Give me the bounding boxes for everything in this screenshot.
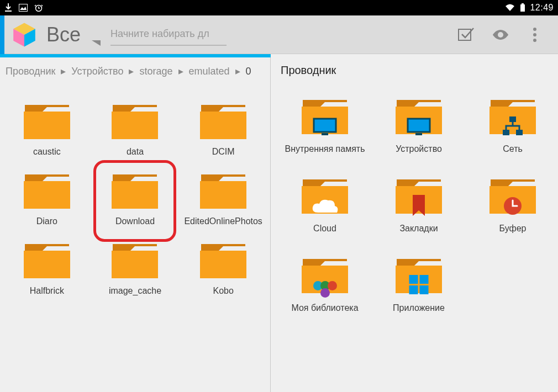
folder-label: Download bbox=[115, 216, 155, 226]
folder-label: EditedOnlinePhotos bbox=[184, 216, 262, 226]
location-clipboard[interactable]: Буфер bbox=[467, 177, 558, 234]
location-label: Приложение bbox=[393, 303, 445, 313]
svg-rect-17 bbox=[509, 116, 516, 122]
chevron-right-icon: ▸ bbox=[129, 65, 134, 77]
clock-icon bbox=[503, 196, 523, 216]
left-pane: Проводник ▸ Устройство ▸ storage ▸ emula… bbox=[0, 57, 271, 392]
monitor-icon bbox=[313, 118, 337, 136]
alarm-icon bbox=[34, 3, 43, 12]
dropdown-triangle-icon[interactable] bbox=[92, 38, 101, 48]
location-label: Закладки bbox=[399, 224, 438, 234]
folder-item[interactable]: DCIM bbox=[181, 103, 266, 157]
overflow-menu-button[interactable] bbox=[526, 26, 544, 44]
chevron-right-icon: ▸ bbox=[178, 65, 183, 77]
location-network[interactable]: Сеть bbox=[467, 98, 558, 154]
svg-rect-0 bbox=[19, 4, 28, 12]
svg-rect-16 bbox=[415, 133, 422, 135]
folder-item-download[interactable]: Download bbox=[93, 172, 178, 226]
bookmark-icon bbox=[412, 195, 426, 217]
cloud-icon bbox=[310, 198, 339, 215]
breadcrumb-item[interactable]: storage bbox=[139, 66, 172, 77]
folder-item[interactable]: image_cache bbox=[93, 242, 178, 296]
folder-grid-right: Внутренняя память Устройство Сеть bbox=[280, 84, 558, 313]
svg-rect-13 bbox=[314, 119, 336, 132]
status-time: 12:49 bbox=[530, 3, 554, 13]
location-label: Cloud bbox=[313, 224, 336, 234]
monitor-icon bbox=[407, 118, 431, 136]
breadcrumb-item[interactable]: Проводник bbox=[6, 66, 55, 77]
folder-item[interactable]: caustic bbox=[4, 103, 90, 157]
svg-rect-8 bbox=[459, 29, 471, 40]
svg-point-9 bbox=[498, 32, 503, 38]
svg-point-12 bbox=[533, 39, 536, 42]
svg-rect-19 bbox=[516, 130, 523, 135]
image-icon bbox=[19, 4, 28, 12]
android-status-bar: 12:49 bbox=[0, 0, 558, 15]
chevron-right-icon: ▸ bbox=[235, 65, 240, 77]
svg-rect-14 bbox=[322, 133, 328, 135]
select-toggle-button[interactable] bbox=[457, 26, 475, 44]
folder-label: Halfbrick bbox=[30, 286, 64, 296]
right-pane-title: Проводник bbox=[280, 63, 558, 84]
apps-grid-icon bbox=[409, 275, 429, 294]
svg-rect-15 bbox=[408, 119, 430, 132]
folder-item[interactable]: Diaro bbox=[4, 172, 90, 226]
location-internal-memory[interactable]: Внутренняя память bbox=[280, 98, 370, 154]
folder-item[interactable]: Halfbrick bbox=[4, 242, 90, 296]
folder-label: data bbox=[127, 147, 144, 157]
network-icon bbox=[502, 116, 524, 137]
location-label: Моя библиотека bbox=[291, 303, 358, 313]
search-input[interactable] bbox=[110, 24, 227, 46]
svg-rect-2 bbox=[520, 4, 525, 12]
breadcrumb-item[interactable]: Устройство bbox=[71, 66, 123, 77]
location-label: Сеть bbox=[503, 144, 523, 154]
visibility-button[interactable] bbox=[492, 26, 509, 44]
location-label: Внутренняя память bbox=[285, 144, 365, 154]
folder-item[interactable]: EditedOnlinePhotos bbox=[181, 172, 266, 226]
library-balls-icon bbox=[313, 282, 336, 296]
svg-rect-18 bbox=[503, 130, 509, 135]
menu-strip[interactable] bbox=[0, 15, 4, 54]
svg-rect-3 bbox=[522, 3, 524, 4]
location-label: Буфер bbox=[499, 224, 527, 234]
folder-item[interactable]: Kobo bbox=[181, 242, 266, 296]
location-bookmarks[interactable]: Закладки bbox=[373, 177, 464, 234]
breadcrumb[interactable]: Проводник ▸ Устройство ▸ storage ▸ emula… bbox=[4, 63, 266, 84]
breadcrumb-item[interactable]: 0 bbox=[246, 66, 251, 77]
location-library[interactable]: Моя библиотека bbox=[280, 257, 370, 313]
right-pane: Проводник Внутренняя память Устройство bbox=[271, 57, 558, 392]
folder-grid-left: caustic data DCIM Diaro Download bbox=[4, 84, 266, 296]
folder-icon bbox=[110, 103, 159, 141]
app-title[interactable]: Все bbox=[46, 23, 81, 46]
folder-label: image_cache bbox=[109, 286, 161, 296]
folder-icon bbox=[199, 172, 248, 211]
folder-icon bbox=[23, 242, 71, 280]
folder-icon bbox=[23, 103, 71, 141]
folder-label: DCIM bbox=[212, 147, 235, 157]
svg-point-11 bbox=[533, 33, 536, 36]
folder-item[interactable]: data bbox=[93, 103, 178, 157]
chevron-right-icon: ▸ bbox=[61, 65, 66, 77]
folder-icon bbox=[110, 172, 159, 211]
folder-icon bbox=[110, 242, 159, 280]
folder-label: Kobo bbox=[213, 286, 233, 296]
folder-label: Diaro bbox=[36, 216, 57, 226]
location-cloud[interactable]: Cloud bbox=[280, 177, 370, 234]
app-logo-icon[interactable] bbox=[8, 18, 41, 51]
location-device[interactable]: Устройство bbox=[373, 98, 464, 154]
location-label: Устройство bbox=[396, 144, 442, 154]
breadcrumb-item[interactable]: emulated bbox=[189, 66, 230, 77]
wifi-icon bbox=[504, 3, 515, 12]
download-icon bbox=[4, 3, 12, 12]
location-applications[interactable]: Приложение bbox=[373, 257, 464, 313]
folder-icon bbox=[199, 103, 248, 141]
svg-marker-7 bbox=[92, 40, 101, 46]
battery-icon bbox=[520, 3, 525, 12]
folder-icon bbox=[23, 172, 71, 211]
svg-point-10 bbox=[533, 28, 536, 31]
folder-icon bbox=[199, 242, 248, 280]
app-bar: Все bbox=[0, 15, 558, 54]
folder-label: caustic bbox=[33, 147, 61, 157]
